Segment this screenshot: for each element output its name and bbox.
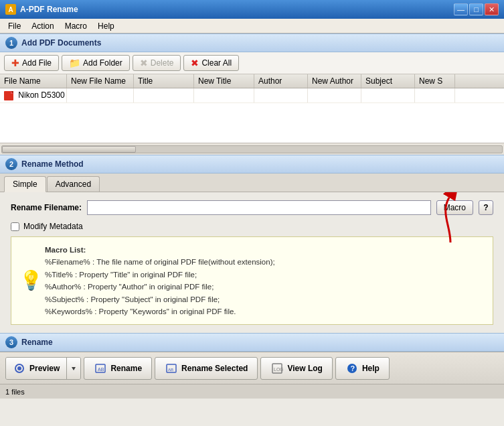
preview-button-group: Preview	[5, 357, 81, 380]
section2-header: 2 Rename Method	[0, 155, 504, 173]
section3-number: 3	[5, 336, 17, 348]
rename-label: Rename	[110, 364, 142, 373]
col-header-newfilename: New File Name	[67, 74, 134, 88]
svg-text:AB: AB	[98, 367, 104, 372]
help-icon: ?	[345, 362, 359, 375]
table-header: File Name New File Name Title New Title …	[0, 74, 504, 88]
delete-button[interactable]: ✖ Delete	[133, 55, 181, 71]
add-folder-label: Add Folder	[83, 58, 122, 68]
rename-method-section: Simple Advanced Rename Filename: Macro ?…	[0, 173, 504, 333]
macro-line-1: %Title% : Property "Title" in original P…	[45, 271, 197, 279]
clear-all-button[interactable]: ✖ Clear All	[183, 55, 239, 71]
col-header-newsub: New S	[415, 74, 455, 88]
macro-info-box: 💡 Macro List: %Filename% : The file name…	[11, 236, 493, 325]
minimize-button[interactable]: —	[454, 3, 468, 15]
preview-dropdown-arrow[interactable]	[67, 358, 80, 379]
help-label: Help	[362, 364, 380, 373]
add-file-button[interactable]: ✚ Add File	[4, 55, 59, 71]
menu-macro[interactable]: Macro	[60, 20, 92, 32]
svg-text:AB: AB	[168, 368, 173, 372]
preview-main-button[interactable]: Preview	[6, 358, 67, 379]
col-header-author: Author	[254, 74, 308, 88]
table-body: Nikon D5300	[0, 88, 504, 143]
rename-button[interactable]: AB Rename	[84, 357, 152, 380]
col-header-newauthor: New Author	[308, 74, 361, 88]
app-icon: A	[5, 4, 16, 15]
cell-newauthor	[308, 88, 361, 102]
cell-subject	[361, 88, 415, 102]
section1-number: 1	[5, 37, 17, 49]
svg-point-2	[17, 366, 21, 370]
cell-newsub	[415, 88, 455, 102]
section1-header: 1 Add PDF Documents	[0, 33, 504, 52]
macro-line-2: %Author% : Property "Author" in original…	[45, 283, 214, 291]
scrollbar-thumb[interactable]	[2, 146, 136, 153]
col-header-filename: File Name	[0, 74, 67, 88]
close-button[interactable]: ✕	[485, 3, 499, 15]
macro-line-3: %Subject% : Property "Subject" in origin…	[45, 295, 220, 303]
window-controls: — □ ✕	[454, 3, 499, 15]
tab-advanced[interactable]: Advanced	[47, 176, 100, 192]
window-title: A-PDF Rename	[20, 5, 454, 14]
preview-label: Preview	[29, 364, 60, 373]
menu-help[interactable]: Help	[92, 20, 120, 32]
menu-bar: File Action Macro Help	[0, 19, 504, 33]
toolbar: ✚ Add File 📁 Add Folder ✖ Delete ✖ Clear…	[0, 52, 504, 74]
section2-title: Rename Method	[21, 159, 84, 169]
menu-action[interactable]: Action	[26, 20, 59, 32]
modify-metadata-checkbox[interactable]	[11, 222, 19, 231]
cell-author	[254, 88, 308, 102]
rename-selected-icon: AB	[165, 362, 178, 375]
rename-filename-label: Rename Filename:	[11, 203, 82, 212]
col-header-newtitle: New Title	[194, 74, 254, 88]
add-file-label: Add File	[22, 58, 52, 68]
cell-filename: Nikon D5300	[0, 88, 67, 102]
clear-all-label: Clear All	[201, 58, 232, 68]
macro-list-title: Macro List:	[45, 246, 86, 254]
macro-line-4: %Keywords% : Property "Keywords" in orig…	[45, 307, 236, 315]
rename-filename-input[interactable]	[87, 200, 431, 215]
tab-simple[interactable]: Simple	[4, 176, 46, 192]
table-row[interactable]: Nikon D5300	[0, 88, 504, 103]
rename-icon: AB	[94, 362, 107, 375]
maximize-button[interactable]: □	[469, 3, 483, 15]
macro-line-0: %Filename% : The file name of original P…	[45, 258, 275, 266]
preview-icon	[13, 362, 26, 375]
title-bar: A A-PDF Rename — □ ✕	[0, 0, 504, 19]
section2-number: 2	[5, 158, 17, 170]
add-file-icon: ✚	[11, 58, 19, 68]
col-header-title: Title	[134, 74, 194, 88]
status-bar: 1 files	[0, 384, 504, 399]
rename-filename-row: Rename Filename: Macro ?	[11, 200, 493, 215]
delete-icon: ✖	[140, 58, 148, 68]
pdf-file-icon	[4, 91, 13, 100]
clear-all-icon: ✖	[191, 58, 199, 68]
svg-text:LOG: LOG	[274, 367, 283, 372]
file-table-container: File Name New File Name Title New Title …	[0, 74, 504, 155]
menu-file[interactable]: File	[3, 20, 26, 32]
view-log-button[interactable]: LOG View Log	[260, 357, 332, 380]
macro-info-content: Macro List: %Filename% : The file name o…	[45, 244, 483, 317]
status-text: 1 files	[5, 388, 25, 396]
cell-newfilename	[67, 88, 134, 102]
lightbulb-icon: 💡	[19, 266, 43, 296]
add-folder-button[interactable]: 📁 Add Folder	[62, 55, 130, 71]
modify-metadata-row: Modify Metadata	[11, 222, 493, 231]
cell-newtitle	[194, 88, 254, 102]
add-folder-icon: 📁	[69, 58, 80, 68]
svg-text:?: ?	[350, 364, 355, 372]
rename-selected-label: Rename Selected	[181, 364, 248, 373]
cell-title	[134, 88, 194, 102]
view-log-icon: LOG	[270, 362, 284, 375]
help-button[interactable]: ? Help	[335, 357, 390, 380]
modify-metadata-label: Modify Metadata	[23, 222, 83, 231]
horizontal-scrollbar[interactable]	[0, 143, 504, 155]
bottom-toolbar: Preview AB Rename AB	[0, 352, 504, 384]
tabs-bar: Simple Advanced	[0, 173, 504, 192]
col-header-subject: Subject	[361, 74, 415, 88]
section1-title: Add PDF Documents	[21, 38, 101, 48]
rename-selected-button[interactable]: AB Rename Selected	[155, 357, 258, 380]
scrollbar-track	[1, 145, 503, 153]
inline-help-button[interactable]: ?	[479, 200, 493, 215]
macro-button[interactable]: Macro	[436, 200, 473, 215]
